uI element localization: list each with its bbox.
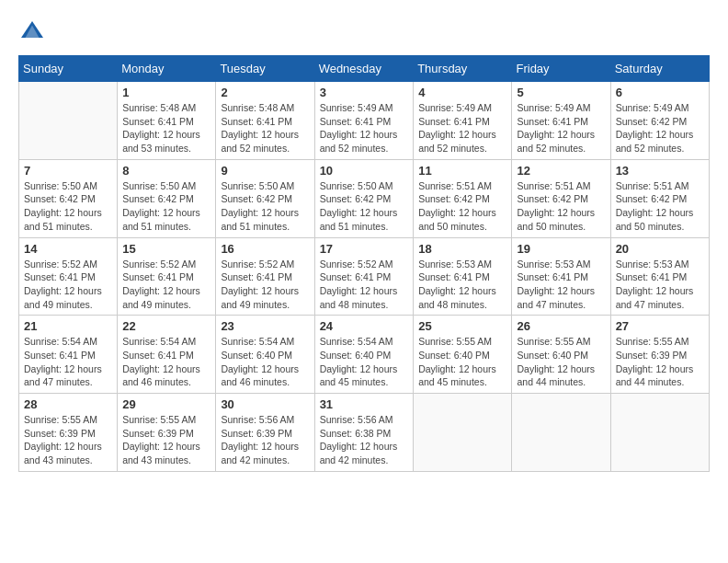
day-number: 3 — [320, 86, 409, 99]
calendar-header: Sunday Monday Tuesday Wednesday Thursday… — [19, 56, 710, 82]
header-friday: Friday — [512, 56, 610, 82]
calendar-cell: 7Sunrise: 5:50 AM Sunset: 6:42 PM Daylig… — [19, 159, 118, 237]
day-info: Sunrise: 5:51 AM Sunset: 6:42 PM Dayligh… — [616, 179, 704, 234]
day-number: 2 — [221, 86, 309, 99]
day-info: Sunrise: 5:54 AM Sunset: 6:40 PM Dayligh… — [320, 335, 409, 389]
day-info: Sunrise: 5:54 AM Sunset: 6:41 PM Dayligh… — [122, 335, 210, 389]
day-info: Sunrise: 5:49 AM Sunset: 6:42 PM Dayligh… — [616, 101, 704, 155]
day-number: 23 — [221, 319, 309, 333]
day-info: Sunrise: 5:50 AM Sunset: 6:42 PM Dayligh… — [122, 179, 210, 234]
day-number: 8 — [122, 164, 210, 178]
calendar-cell: 15Sunrise: 5:52 AM Sunset: 6:41 PM Dayli… — [118, 237, 216, 316]
calendar-cell: 14Sunrise: 5:52 AM Sunset: 6:41 PM Dayli… — [19, 237, 118, 316]
calendar-cell: 31Sunrise: 5:56 AM Sunset: 6:38 PM Dayli… — [314, 394, 414, 472]
header-sunday: Sunday — [19, 56, 118, 82]
calendar-cell: 29Sunrise: 5:55 AM Sunset: 6:39 PM Dayli… — [118, 394, 216, 472]
day-number: 13 — [616, 164, 704, 178]
calendar-cell — [414, 394, 512, 472]
day-number: 20 — [616, 242, 704, 256]
day-info: Sunrise: 5:55 AM Sunset: 6:40 PM Dayligh… — [517, 335, 605, 389]
day-number: 16 — [221, 242, 309, 256]
day-number: 17 — [320, 242, 409, 256]
calendar-cell: 5Sunrise: 5:49 AM Sunset: 6:41 PM Daylig… — [512, 82, 610, 160]
day-number: 14 — [24, 242, 112, 256]
header-wednesday: Wednesday — [314, 56, 414, 82]
calendar-cell: 4Sunrise: 5:49 AM Sunset: 6:41 PM Daylig… — [414, 82, 512, 160]
day-info: Sunrise: 5:52 AM Sunset: 6:41 PM Dayligh… — [221, 258, 309, 312]
calendar-week-1: 1Sunrise: 5:48 AM Sunset: 6:41 PM Daylig… — [19, 82, 710, 160]
calendar-cell — [19, 82, 118, 160]
calendar-body: 1Sunrise: 5:48 AM Sunset: 6:41 PM Daylig… — [19, 82, 710, 472]
calendar-cell: 13Sunrise: 5:51 AM Sunset: 6:42 PM Dayli… — [610, 159, 709, 237]
calendar-cell: 28Sunrise: 5:55 AM Sunset: 6:39 PM Dayli… — [19, 394, 118, 472]
logo-icon — [18, 18, 46, 46]
day-info: Sunrise: 5:49 AM Sunset: 6:41 PM Dayligh… — [517, 101, 605, 155]
day-info: Sunrise: 5:53 AM Sunset: 6:41 PM Dayligh… — [517, 258, 605, 312]
day-info: Sunrise: 5:56 AM Sunset: 6:38 PM Dayligh… — [320, 413, 409, 467]
day-number: 11 — [418, 164, 506, 178]
calendar-cell: 26Sunrise: 5:55 AM Sunset: 6:40 PM Dayli… — [512, 316, 610, 394]
calendar-week-3: 14Sunrise: 5:52 AM Sunset: 6:41 PM Dayli… — [19, 237, 710, 316]
calendar-week-2: 7Sunrise: 5:50 AM Sunset: 6:42 PM Daylig… — [19, 159, 710, 237]
calendar-cell: 17Sunrise: 5:52 AM Sunset: 6:41 PM Dayli… — [314, 237, 414, 316]
day-number: 29 — [122, 397, 210, 411]
calendar-cell: 24Sunrise: 5:54 AM Sunset: 6:40 PM Dayli… — [314, 316, 414, 394]
calendar-cell — [512, 394, 610, 472]
calendar-cell: 11Sunrise: 5:51 AM Sunset: 6:42 PM Dayli… — [414, 159, 512, 237]
day-info: Sunrise: 5:55 AM Sunset: 6:39 PM Dayligh… — [24, 413, 112, 467]
day-info: Sunrise: 5:49 AM Sunset: 6:41 PM Dayligh… — [418, 101, 506, 155]
day-number: 15 — [122, 242, 210, 256]
header-saturday: Saturday — [610, 56, 709, 82]
day-number: 10 — [320, 164, 409, 178]
day-info: Sunrise: 5:48 AM Sunset: 6:41 PM Dayligh… — [122, 101, 210, 155]
calendar-week-5: 28Sunrise: 5:55 AM Sunset: 6:39 PM Dayli… — [19, 394, 710, 472]
day-number: 24 — [320, 319, 409, 333]
day-info: Sunrise: 5:53 AM Sunset: 6:41 PM Dayligh… — [418, 258, 506, 312]
day-number: 4 — [418, 86, 506, 99]
calendar-cell: 1Sunrise: 5:48 AM Sunset: 6:41 PM Daylig… — [118, 82, 216, 160]
day-info: Sunrise: 5:54 AM Sunset: 6:40 PM Dayligh… — [221, 335, 309, 389]
day-number: 31 — [320, 397, 409, 411]
calendar-cell: 20Sunrise: 5:53 AM Sunset: 6:41 PM Dayli… — [610, 237, 709, 316]
day-number: 6 — [616, 86, 704, 99]
day-number: 30 — [221, 397, 309, 411]
day-number: 28 — [24, 397, 112, 411]
day-number: 21 — [24, 319, 112, 333]
calendar-cell: 3Sunrise: 5:49 AM Sunset: 6:41 PM Daylig… — [314, 82, 414, 160]
calendar-cell: 27Sunrise: 5:55 AM Sunset: 6:39 PM Dayli… — [610, 316, 709, 394]
day-number: 27 — [616, 319, 704, 333]
day-info: Sunrise: 5:51 AM Sunset: 6:42 PM Dayligh… — [517, 179, 605, 234]
day-info: Sunrise: 5:54 AM Sunset: 6:41 PM Dayligh… — [24, 335, 112, 389]
calendar-cell: 16Sunrise: 5:52 AM Sunset: 6:41 PM Dayli… — [216, 237, 314, 316]
day-info: Sunrise: 5:55 AM Sunset: 6:39 PM Dayligh… — [122, 413, 210, 467]
calendar-cell: 10Sunrise: 5:50 AM Sunset: 6:42 PM Dayli… — [314, 159, 414, 237]
calendar-cell — [610, 394, 709, 472]
day-info: Sunrise: 5:50 AM Sunset: 6:42 PM Dayligh… — [221, 179, 309, 234]
day-number: 18 — [418, 242, 506, 256]
day-number: 1 — [122, 86, 210, 99]
day-number: 26 — [517, 319, 605, 333]
day-number: 7 — [24, 164, 112, 178]
calendar-cell: 19Sunrise: 5:53 AM Sunset: 6:41 PM Dayli… — [512, 237, 610, 316]
day-number: 25 — [418, 319, 506, 333]
calendar: Sunday Monday Tuesday Wednesday Thursday… — [18, 55, 710, 472]
day-info: Sunrise: 5:53 AM Sunset: 6:41 PM Dayligh… — [616, 258, 704, 312]
calendar-cell: 6Sunrise: 5:49 AM Sunset: 6:42 PM Daylig… — [610, 82, 709, 160]
day-number: 9 — [221, 164, 309, 178]
day-info: Sunrise: 5:49 AM Sunset: 6:41 PM Dayligh… — [320, 101, 409, 155]
calendar-cell: 30Sunrise: 5:56 AM Sunset: 6:39 PM Dayli… — [216, 394, 314, 472]
calendar-cell: 22Sunrise: 5:54 AM Sunset: 6:41 PM Dayli… — [118, 316, 216, 394]
calendar-cell: 25Sunrise: 5:55 AM Sunset: 6:40 PM Dayli… — [414, 316, 512, 394]
calendar-cell: 18Sunrise: 5:53 AM Sunset: 6:41 PM Dayli… — [414, 237, 512, 316]
calendar-week-4: 21Sunrise: 5:54 AM Sunset: 6:41 PM Dayli… — [19, 316, 710, 394]
calendar-cell: 21Sunrise: 5:54 AM Sunset: 6:41 PM Dayli… — [19, 316, 118, 394]
day-info: Sunrise: 5:55 AM Sunset: 6:39 PM Dayligh… — [616, 335, 704, 389]
day-info: Sunrise: 5:52 AM Sunset: 6:41 PM Dayligh… — [24, 258, 112, 312]
day-info: Sunrise: 5:50 AM Sunset: 6:42 PM Dayligh… — [320, 179, 409, 234]
day-number: 12 — [517, 164, 605, 178]
day-info: Sunrise: 5:50 AM Sunset: 6:42 PM Dayligh… — [24, 179, 112, 234]
calendar-cell: 23Sunrise: 5:54 AM Sunset: 6:40 PM Dayli… — [216, 316, 314, 394]
day-number: 22 — [122, 319, 210, 333]
day-info: Sunrise: 5:56 AM Sunset: 6:39 PM Dayligh… — [221, 413, 309, 467]
calendar-cell: 12Sunrise: 5:51 AM Sunset: 6:42 PM Dayli… — [512, 159, 610, 237]
